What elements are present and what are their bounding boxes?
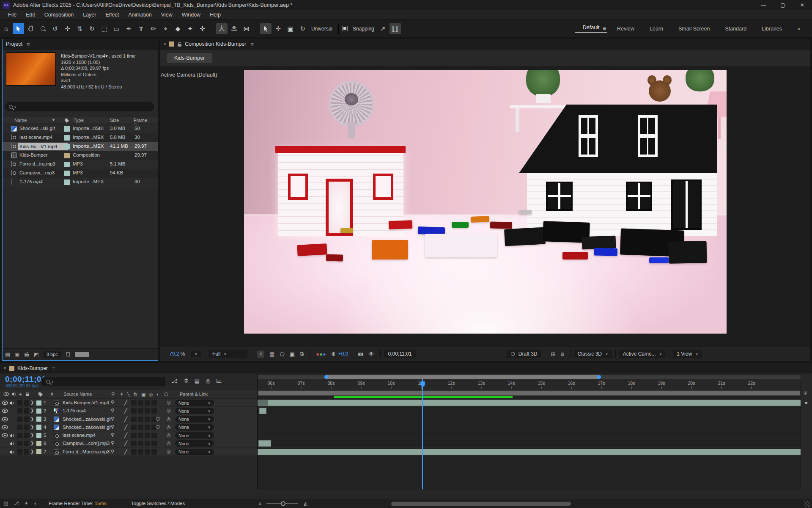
layer-name[interactable]: Forro d...Moreira.mp3 [63,449,111,454]
workspace-review[interactable]: Review [609,26,642,32]
motion-blur-switch[interactable] [145,408,150,414]
motion-blur-icon[interactable]: ◎ [206,378,210,384]
move-gizmo-tool[interactable]: ✛ [272,23,284,34]
zoom-value[interactable]: 79.2 [169,351,179,357]
mask-visibility-icon[interactable]: ⬠ [280,351,284,357]
composition-viewer[interactable]: Active Camera (Default) [160,66,810,347]
item-name[interactable]: Kids-Bu...V1.mp4 [18,143,68,150]
layer-color-swatch[interactable] [36,433,41,438]
layer-name[interactable]: Camptow....com].mp3 [63,441,111,446]
brush-tool[interactable]: ✏ [148,23,159,34]
new-folder-icon[interactable]: ▣ [14,351,19,358]
layer-visibility-icon[interactable] [2,425,8,430]
expand-chevron-icon[interactable]: ❯ [30,433,34,437]
project-status-icon[interactable]: ▤ [3,500,8,506]
solo-column-icon[interactable]: ● [19,392,22,397]
scale-gizmo-tool[interactable]: ▣ [285,23,296,34]
menu-file[interactable]: File [3,12,21,18]
time-ruler[interactable]: 06s07s08s09s10s11s12s13s14s15s16s17s18s1… [258,379,801,390]
trash-icon[interactable] [66,351,71,357]
layer-color-swatch[interactable] [36,417,41,422]
frame-blend-switch[interactable] [138,425,143,430]
project-item-row[interactable]: last-scene.mp4 Importe...MEX 5.8 MB 30 [3,133,158,142]
menu-help[interactable]: Help [205,12,225,18]
panel-menu-icon[interactable]: ≡ [250,41,254,47]
camera-tool[interactable]: ⬚ [99,23,110,34]
layer-anchor-icon[interactable]: ⚲ [111,424,114,430]
camera-dropdown[interactable]: Active Came...∨ [619,350,666,358]
selection-tool[interactable] [13,23,24,34]
parent-pickwhip-icon[interactable]: ◎ [167,424,171,430]
timeline-zoom-slider[interactable]: ◭ ◭ [259,500,307,507]
project-item-row[interactable]: Forro d...ira.mp3 MP3 5.1 MB [3,160,158,169]
rotation-tool[interactable]: ↻ [86,23,98,34]
layer-color-swatch[interactable] [36,400,41,406]
type-tool[interactable]: T [135,23,147,34]
layer-quality-icon[interactable]: ╱ [124,432,127,438]
solo-switch[interactable] [17,433,22,438]
mini-flowchart-icon[interactable]: ⎇ [171,378,178,384]
video-column-icon[interactable] [3,392,9,397]
motion-blur-switch[interactable] [145,441,150,446]
time-navigator[interactable] [258,375,801,379]
parent-pickwhip-icon[interactable]: ◎ [167,416,171,422]
column-size[interactable]: Size [110,118,119,123]
timeline-search-input[interactable]: ∨ [42,377,165,386]
track-lane[interactable] [258,448,801,456]
exposure-value[interactable]: +0.0 [338,351,348,357]
clone-stamp-tool[interactable]: ⌖ [160,23,171,34]
zoom-dropdown[interactable]: ∨ [191,351,201,357]
project-item-row[interactable]: Shocked...ski.gif Importe...tiStill 3.0 … [3,124,158,133]
project-item-row[interactable]: Camptow....mp3 MP3 94 KB [3,169,158,178]
parent-pickwhip-icon[interactable]: ◎ [167,440,171,446]
motion-blur-switch[interactable] [145,433,150,438]
parent-dropdown[interactable]: None∨ [175,440,214,447]
lock-switch[interactable] [24,400,29,406]
tag-column-icon[interactable] [64,118,69,123]
panel-menu-icon[interactable]: ≡ [52,365,55,371]
expand-chevron-icon[interactable]: ❯ [30,408,34,413]
workspace-libraries[interactable]: Libraries [754,26,790,32]
close-button[interactable]: ✕ [793,0,812,10]
layer-name[interactable]: last-scene.mp4 [63,433,111,438]
workspace-small-screen[interactable]: Small Screen [671,26,717,32]
frame-blend-switch[interactable] [138,417,143,422]
layer-anchor-icon[interactable]: ⚲ [111,416,114,422]
view-count-dropdown[interactable]: 1 View∨ [673,350,702,358]
channel-icon[interactable]: ●●● [316,351,326,357]
source-name-column[interactable]: Source Name [63,392,92,397]
layer-row[interactable]: ❯ 6 Camptow....com].mp3 ⚲ ╱ ⬡ ◎ None∨ [0,439,257,447]
view-layout-icon[interactable]: ⧈ [560,351,564,357]
layer-row[interactable]: ❯ 7 Forro d...Moreira.mp3 ⚲ ╱ ⬡ ◎ None∨ [0,448,257,456]
frame-blend-switch[interactable] [138,408,143,414]
zoom-out-mountain-icon[interactable]: ◭ [259,501,261,505]
cursor-mode-tool[interactable] [260,23,272,34]
timeline-horizontal-scrollbar[interactable] [391,502,571,506]
layer-row[interactable]: ❯ 1 Kids-Bumper-V1.mp4 ⚲ ╱ ⬡ ◎ None∨ [0,399,257,407]
layer-visibility-icon[interactable] [2,433,8,438]
lock-switch[interactable] [24,441,29,446]
item-label-swatch[interactable] [64,171,70,176]
orbit-around-cursor-tool[interactable]: 人 [216,23,228,34]
shy-layers-icon[interactable]: ⚗ [184,378,189,384]
item-label-swatch[interactable] [64,162,70,167]
layer-color-swatch[interactable] [36,409,41,414]
playhead[interactable] [422,379,423,489]
layer-name[interactable]: 1-175.mp4 [63,408,111,413]
fx-switch[interactable] [131,449,137,455]
item-label-swatch[interactable] [64,126,70,132]
maximize-button[interactable]: ▢ [773,0,793,10]
layer-quality-icon[interactable]: ╱ [124,408,127,414]
project-item-row[interactable]: 1-175.mp4 Importe...MEX 30 [3,178,158,187]
workspace-standard[interactable]: Standard [717,26,754,32]
unlock-icon[interactable] [177,41,182,47]
snapping-checkbox[interactable] [342,26,348,31]
expand-chevron-icon[interactable]: ❯ [30,425,34,429]
audio-status-icon[interactable]: ◖ [33,500,36,506]
item-label-swatch[interactable] [64,144,70,149]
frame-blend-icon[interactable]: ▣ [141,392,145,397]
solo-switch[interactable] [17,408,22,414]
menu-layer[interactable]: Layer [78,12,101,18]
menu-animation[interactable]: Animation [123,12,156,18]
fx-column-icon[interactable]: fx [134,392,137,397]
